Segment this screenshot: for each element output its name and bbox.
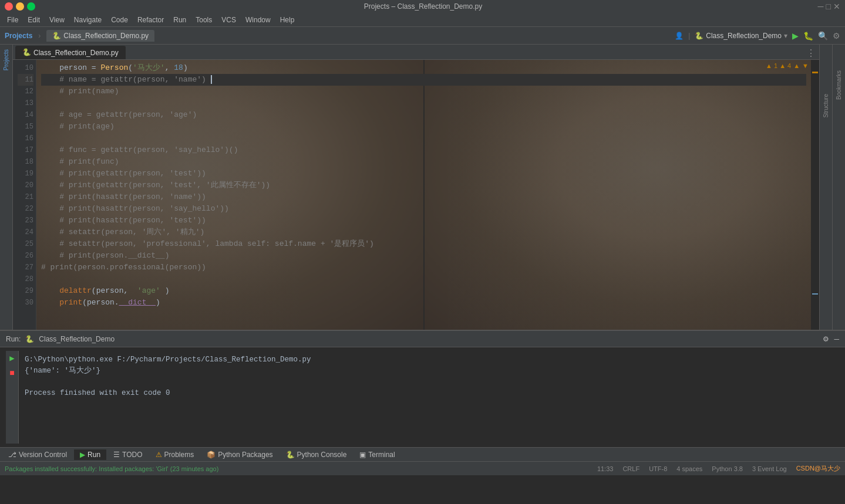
window-title: Projects – Class_Reflection_Demo.py (35, 2, 811, 11)
run-toolbar: Run: 🐍 Class_Reflection_Demo ⚙ ─ (0, 331, 845, 347)
run-settings-icon[interactable]: ⚙ (823, 335, 829, 343)
tab-terminal[interactable]: ▣ Terminal (354, 449, 400, 460)
run-play-icon[interactable]: ▶ (9, 353, 14, 364)
todo-icon: ☰ (113, 451, 120, 459)
projects-label[interactable]: Projects (5, 32, 32, 40)
debug-button[interactable]: 🐛 (803, 31, 813, 40)
minimize-button[interactable] (16, 2, 24, 11)
bottom-tabs: ⎇ Version Control ▶ Run ☰ TODO ⚠ Problem… (0, 447, 845, 461)
maximize-button[interactable] (27, 2, 35, 11)
window-controls[interactable] (5, 2, 35, 11)
run-label: Run: (6, 335, 21, 343)
run-close-icon[interactable]: ─ (834, 335, 839, 343)
run-content: ▶ ■ G:\Python\python.exe F:/Pycharm/Proj… (0, 347, 845, 447)
menu-file[interactable]: File (2, 15, 23, 25)
bookmarks-panel: Bookmarks (832, 45, 845, 330)
status-event-log[interactable]: 3 Event Log (752, 465, 787, 472)
status-line-ending[interactable]: CRLF (622, 465, 639, 472)
menu-bar: File Edit View Navigate Code Refactor Ru… (0, 13, 845, 27)
status-right: 11:33 CRLF UTF-8 4 spaces Python 3.8 3 E… (597, 464, 840, 473)
projects-side-label[interactable]: Projects (2, 47, 11, 73)
status-bar: Packages installed successfully: Install… (0, 461, 845, 475)
menu-refactor[interactable]: Refactor (133, 15, 169, 25)
tab-todo[interactable]: ☰ TODO (107, 449, 148, 460)
file-tab[interactable]: 🐍 Class_Reflection_Demo.py (46, 30, 154, 42)
menu-navigate[interactable]: Navigate (69, 15, 106, 25)
close-button[interactable] (5, 2, 13, 11)
run-panel: Run: 🐍 Class_Reflection_Demo ⚙ ─ ▶ ■ G:\… (0, 330, 845, 447)
menu-view[interactable]: View (45, 15, 69, 25)
menu-help[interactable]: Help (275, 15, 299, 25)
warning-bar: ▲ 1 ▲ 4 ▲ ▼ (766, 62, 809, 69)
menu-code[interactable]: Code (106, 15, 133, 25)
menu-edit[interactable]: Edit (23, 15, 45, 25)
menu-run[interactable]: Run (169, 15, 191, 25)
tab-run[interactable]: ▶ Run (74, 449, 106, 460)
bookmarks-label[interactable]: Bookmarks (834, 68, 843, 102)
editor-tabs: 🐍 Class_Reflection_Demo.py ⋮ (13, 45, 819, 60)
collapse-icon[interactable]: ▲ (793, 62, 800, 69)
status-indent[interactable]: 4 spaces (676, 465, 702, 472)
editor-tab-main[interactable]: 🐍 Class_Reflection_Demo.py (15, 46, 126, 59)
structure-panel: Structure (819, 45, 832, 330)
vc-icon: ⎇ (8, 451, 16, 459)
tab-python-packages[interactable]: 📦 Python Packages (201, 449, 278, 460)
code-lines[interactable]: person = Person('马大少', 18) # name = geta… (36, 60, 811, 330)
profile-icon[interactable]: 👤 (675, 32, 684, 40)
run-cmd: G:\Python\python.exe F:/Pycharm/Projects… (25, 354, 833, 366)
search-icon[interactable]: 🔍 (818, 31, 828, 40)
win-close-icon[interactable]: ✕ (833, 2, 840, 11)
structure-label[interactable]: Structure (822, 92, 830, 120)
tab-version-control[interactable]: ⎇ Version Control (2, 449, 73, 460)
main-toolbar: Projects › 🐍 Class_Reflection_Demo.py 👤 … (0, 27, 845, 45)
tab-python-console[interactable]: 🐍 Python Console (280, 449, 353, 460)
settings-icon[interactable]: ⚙ (833, 31, 840, 40)
left-panel: Projects (0, 45, 13, 330)
menu-vcs[interactable]: VCS (217, 15, 241, 25)
run-config-name[interactable]: Class_Reflection_Demo (39, 335, 115, 343)
run-config-label[interactable]: 🐍 Class_Reflection_Demo ▾ (695, 32, 787, 40)
tab-problems[interactable]: ⚠ Problems (150, 449, 200, 460)
menu-window[interactable]: Window (241, 15, 275, 25)
right-gutter (811, 60, 819, 330)
status-python[interactable]: Python 3.8 (712, 465, 743, 472)
line-numbers: 10 11 12 13 14 15 16 17 18 19 20 21 22 2… (13, 60, 36, 330)
status-message: Packages installed successfully: Install… (5, 465, 218, 472)
menu-tools[interactable]: Tools (191, 15, 217, 25)
win-restore-icon[interactable]: □ (826, 2, 831, 11)
packages-icon: 📦 (207, 451, 216, 459)
terminal-icon: ▣ (359, 451, 366, 459)
title-bar: Projects – Class_Reflection_Demo.py ─ □ … (0, 0, 845, 13)
status-charset[interactable]: UTF-8 (649, 465, 667, 472)
status-time: 11:33 (597, 465, 614, 472)
expand-icon[interactable]: ▼ (802, 62, 809, 69)
run-stop-icon[interactable]: ■ (9, 368, 14, 379)
run-button[interactable]: ▶ (792, 31, 799, 40)
breadcrumb-sep: › (38, 32, 41, 40)
status-csdn: CSDN@马大少 (796, 464, 840, 473)
main-area: Projects 🐍 Class_Reflection_Demo.py ⋮ ▲ … (0, 45, 845, 330)
code-content: ▲ 1 ▲ 4 ▲ ▼ 10 11 12 13 14 15 16 17 18 1… (13, 60, 819, 330)
problems-icon: ⚠ (156, 451, 162, 459)
editor-area: 🐍 Class_Reflection_Demo.py ⋮ ▲ 1 ▲ 4 ▲ ▼ (13, 45, 819, 330)
dropdown-icon: ▾ (784, 32, 787, 40)
run-output3: Process finished with exit code 0 (25, 388, 833, 399)
run-output1: {'name': '马大少'} (25, 366, 833, 377)
run-tab-icon: ▶ (80, 451, 85, 459)
win-minimize-icon[interactable]: ─ (818, 2, 824, 11)
editor-options-icon[interactable]: ⋮ (803, 48, 819, 59)
console-icon: 🐍 (286, 451, 295, 459)
warning-count[interactable]: ▲ 1 ▲ 4 (766, 62, 791, 69)
